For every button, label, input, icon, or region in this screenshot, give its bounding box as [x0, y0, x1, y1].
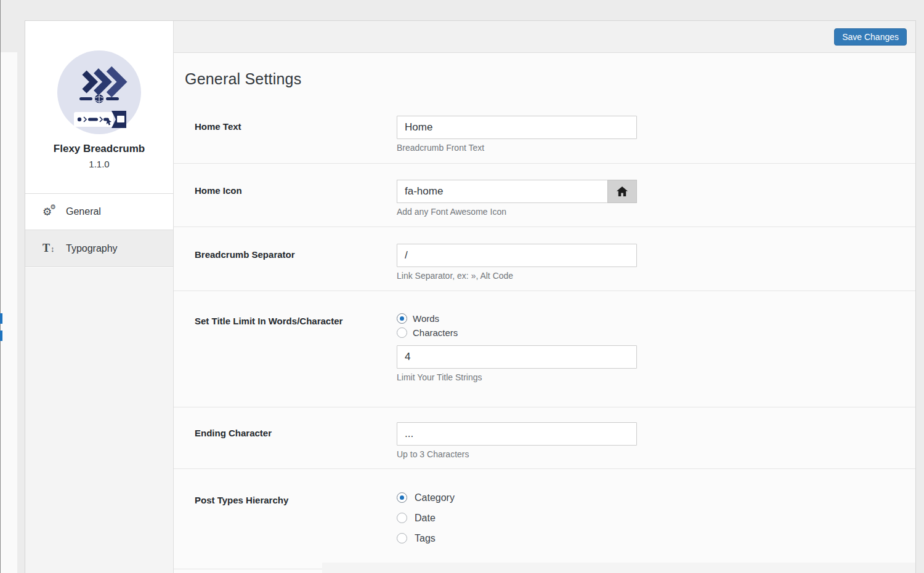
radio-tags-label: Tags [415, 533, 436, 544]
ending-character-label: Ending Character [195, 422, 397, 459]
post-types-label: Post Types Hierarchy [195, 487, 397, 548]
radio-words-circle[interactable] [397, 313, 407, 324]
sidebar-background [25, 268, 173, 573]
tab-typography-label: Typography [66, 243, 118, 254]
radio-category-label: Category [415, 492, 455, 503]
radio-words[interactable]: Words [397, 311, 637, 326]
plugin-version: 1.1.0 [25, 159, 173, 169]
home-text-input[interactable] [397, 116, 637, 139]
edge-blue-marker [0, 313, 2, 324]
sidebar: Flexy Breadcrumb 1.1.0 ⚙⚙ General T↕ Typ… [25, 21, 174, 573]
page-title: General Settings [174, 53, 915, 106]
ending-character-input[interactable] [397, 422, 637, 446]
settings-card: Flexy Breadcrumb 1.1.0 ⚙⚙ General T↕ Typ… [25, 20, 916, 573]
radio-date-label: Date [415, 513, 436, 524]
tab-typography[interactable]: T↕ Typography [25, 230, 173, 267]
gears-icon: ⚙⚙ [43, 206, 61, 218]
radio-tags[interactable]: Tags [397, 528, 455, 548]
home-icon-input[interactable] [397, 180, 607, 203]
tab-general[interactable]: ⚙⚙ General [25, 193, 173, 230]
plugin-branding: Flexy Breadcrumb 1.1.0 [25, 21, 173, 193]
title-limit-help: Limit Your Title Strings [397, 372, 637, 382]
edge-blue-marker [0, 331, 2, 341]
radio-characters[interactable]: Characters [397, 326, 637, 340]
main-header: Save Changes [174, 21, 915, 53]
separator-label: Breadcrumb Separator [195, 244, 397, 281]
text-height-icon: T↕ [43, 242, 61, 255]
radio-date-circle[interactable] [397, 513, 407, 523]
plugin-logo [57, 50, 141, 134]
radio-date[interactable]: Date [397, 508, 455, 528]
title-limit-label: Set Title Limit In Words/Character [195, 311, 397, 382]
home-icon-addon-button[interactable] [607, 180, 637, 203]
home-text-help: Breadcrumb Front Text [397, 143, 637, 153]
settings-row-separator: Breadcrumb Separator Link Separator, ex:… [174, 227, 915, 291]
settings-row-home-text: Home Text Breadcrumb Front Text [174, 106, 915, 164]
separator-help: Link Separator, ex: », Alt Code [397, 271, 637, 281]
separator-input[interactable] [397, 244, 637, 267]
tab-general-label: General [66, 206, 101, 217]
settings-row-ending-character: Ending Character Up to 3 Characters [174, 407, 915, 469]
home-icon-label: Home Icon [195, 180, 397, 217]
main-panel: Save Changes General Settings Home Text … [174, 21, 915, 573]
admin-menu-strip [1, 52, 17, 573]
settings-row-post-types: Post Types Hierarchy Category Date Tags [174, 469, 915, 569]
settings-row-home-icon: Home Icon Add any Font Awesome Icon [174, 164, 915, 227]
save-changes-button[interactable]: Save Changes [834, 28, 907, 46]
home-text-label: Home Text [195, 116, 397, 153]
radio-category-circle[interactable] [397, 492, 407, 503]
settings-row-title-limit: Set Title Limit In Words/Character Words… [174, 291, 915, 407]
home-icon [617, 186, 628, 196]
radio-words-label: Words [413, 313, 439, 324]
panel-footer [322, 563, 915, 573]
ending-character-help: Up to 3 Characters [397, 449, 637, 459]
radio-characters-label: Characters [413, 327, 458, 338]
title-limit-input[interactable] [397, 345, 637, 369]
plugin-name: Flexy Breadcrumb [25, 143, 173, 155]
radio-tags-circle[interactable] [397, 533, 407, 543]
home-icon-help: Add any Font Awesome Icon [397, 207, 637, 217]
radio-characters-circle[interactable] [397, 327, 407, 338]
radio-category[interactable]: Category [397, 487, 455, 508]
